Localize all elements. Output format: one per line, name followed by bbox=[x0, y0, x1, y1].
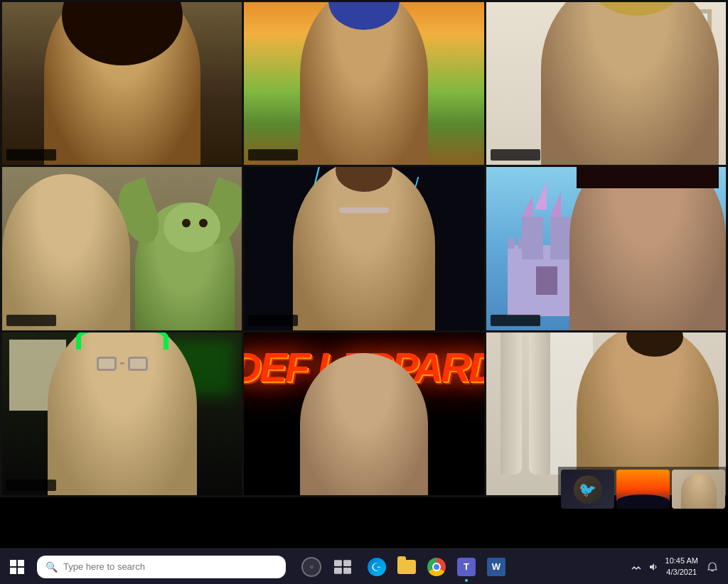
teams-icon: T bbox=[457, 558, 476, 576]
name-bar-2 bbox=[248, 149, 298, 161]
task-view-button[interactable] bbox=[328, 549, 357, 585]
video-cell-8[interactable]: DEF LEPPARD bbox=[244, 332, 483, 495]
svg-marker-4 bbox=[550, 192, 561, 217]
edge-app-icon[interactable] bbox=[363, 549, 391, 585]
thumbnail-strip: 🐦 bbox=[558, 467, 728, 512]
video-cell-7[interactable] bbox=[2, 332, 242, 495]
video-cell-2[interactable] bbox=[244, 2, 483, 165]
video-grid: DEF LEPPARD RESTART THE WORLD BELIEVE AL… bbox=[0, 0, 728, 497]
search-icon: 🔍 bbox=[46, 561, 58, 573]
video-cell-5[interactable] bbox=[244, 167, 483, 330]
svg-rect-13 bbox=[334, 568, 342, 574]
pinned-apps: T W bbox=[363, 549, 510, 585]
network-icon[interactable] bbox=[630, 561, 643, 573]
start-button[interactable] bbox=[0, 549, 34, 585]
windows-logo bbox=[10, 560, 24, 574]
file-explorer-app-icon[interactable] bbox=[392, 549, 421, 585]
teams-active-indicator bbox=[465, 579, 468, 582]
svg-marker-5 bbox=[535, 181, 547, 210]
svg-rect-12 bbox=[343, 560, 351, 566]
name-bar-6 bbox=[491, 315, 540, 326]
taskbar-center-area: ○ bbox=[297, 549, 357, 585]
thumbnail-1[interactable]: 🐦 bbox=[561, 470, 614, 509]
notification-icon[interactable] bbox=[704, 561, 721, 573]
word-app-icon[interactable]: W bbox=[482, 549, 510, 585]
folder-icon bbox=[397, 560, 416, 574]
search-bar[interactable]: 🔍 bbox=[37, 556, 286, 578]
date-text: 4/3/2021 bbox=[665, 567, 698, 578]
thumbnail-2[interactable] bbox=[616, 470, 670, 509]
taskbar: 🔍 ○ bbox=[0, 548, 728, 584]
word-icon: W bbox=[487, 558, 505, 576]
video-cell-1[interactable] bbox=[2, 2, 242, 165]
thumbnail-3[interactable] bbox=[672, 470, 725, 509]
chrome-inner-circle bbox=[432, 563, 441, 571]
video-call-area: DEF LEPPARD RESTART THE WORLD BELIEVE AL… bbox=[0, 0, 728, 547]
name-bar-3 bbox=[491, 149, 540, 161]
svg-rect-11 bbox=[334, 560, 342, 566]
svg-rect-7 bbox=[508, 238, 515, 249]
chrome-icon bbox=[427, 558, 446, 576]
name-bar-5 bbox=[248, 315, 298, 326]
cortana-button[interactable]: ○ bbox=[297, 549, 326, 585]
task-view-icon bbox=[334, 558, 351, 575]
svg-rect-6 bbox=[536, 266, 557, 295]
video-cell-4[interactable] bbox=[2, 167, 242, 330]
cortana-circle: ○ bbox=[301, 557, 321, 577]
name-bar-7 bbox=[6, 480, 56, 491]
name-bar-4 bbox=[6, 315, 56, 326]
svg-rect-8 bbox=[518, 238, 525, 249]
edge-icon bbox=[368, 558, 386, 576]
teams-app-icon[interactable]: T bbox=[452, 549, 481, 585]
volume-icon[interactable] bbox=[647, 561, 660, 573]
svg-rect-14 bbox=[343, 568, 351, 574]
time-display[interactable]: 10:45 AM 4/3/2021 bbox=[665, 556, 698, 578]
search-input[interactable] bbox=[63, 561, 277, 572]
svg-marker-3 bbox=[522, 195, 532, 217]
name-bar-1 bbox=[6, 149, 56, 161]
video-cell-6[interactable] bbox=[486, 167, 726, 330]
time-text: 10:45 AM bbox=[665, 556, 698, 566]
video-cell-3[interactable] bbox=[486, 2, 726, 165]
chrome-app-icon[interactable] bbox=[422, 549, 451, 585]
taskbar-right-area: 10:45 AM 4/3/2021 bbox=[630, 556, 728, 578]
system-tray bbox=[630, 561, 660, 573]
